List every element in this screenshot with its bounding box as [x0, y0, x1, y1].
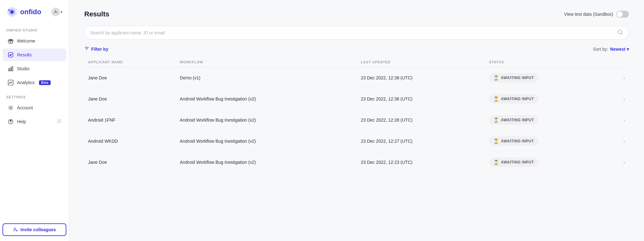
cell-last-updated: 23 Dec 2022, 12:23 (UTC)	[357, 152, 486, 173]
external-link-icon	[57, 119, 61, 124]
sidebar-item-welcome-label: Welcome	[17, 38, 35, 43]
svg-point-3	[8, 9, 10, 11]
main-content: Results View test data (Sandbox)	[69, 0, 644, 241]
hourglass-icon: ⏳	[493, 118, 499, 123]
gift-icon	[8, 38, 14, 44]
svg-point-15	[14, 228, 16, 230]
row-chevron-right-icon: ›	[623, 159, 625, 165]
cell-applicant-name: Jane Doe	[84, 89, 176, 110]
svg-point-2	[10, 10, 14, 14]
user-menu[interactable]: ▾	[51, 8, 63, 16]
sidebar-item-account[interactable]: Account	[3, 101, 66, 114]
cell-status: ⏳ AWAITING INPUT	[485, 89, 608, 110]
hourglass-icon: ⏳	[493, 139, 499, 144]
col-workflow: WORKFLOW	[176, 58, 357, 67]
svg-rect-9	[10, 67, 11, 71]
sidebar-item-studio-label: Studio	[17, 66, 30, 71]
filter-by-button[interactable]: Filter by	[84, 46, 108, 52]
sandbox-toggle-area: View test data (Sandbox)	[564, 11, 629, 18]
table-row[interactable]: Jane Doe Android Workflow Bug Inestigati…	[84, 152, 629, 173]
sort-chevron-icon: ▾	[627, 47, 629, 52]
sidebar-item-welcome[interactable]: Welcome	[3, 35, 66, 47]
col-status: STATUS	[485, 58, 608, 67]
status-label: AWAITING INPUT	[501, 76, 534, 80]
cell-status: ⏳ AWAITING INPUT	[485, 110, 608, 131]
page-title: Results	[84, 10, 109, 18]
logo-area: onfido ▾	[0, 0, 69, 23]
sidebar-item-account-label: Account	[17, 105, 33, 110]
status-badge: ⏳ AWAITING INPUT	[489, 94, 538, 104]
help-icon	[8, 118, 14, 125]
search-icon	[617, 29, 623, 36]
row-chevron-right-icon: ›	[623, 138, 625, 144]
status-label: AWAITING INPUT	[501, 160, 534, 164]
cell-last-updated: 23 Dec 2022, 12:27 (UTC)	[357, 131, 486, 152]
sidebar-bottom: Invite colleagues	[0, 220, 69, 241]
cell-chevron: ›	[608, 110, 629, 131]
sort-row: Sort by: Newest ▾	[593, 47, 629, 52]
hourglass-icon: ⏳	[493, 160, 499, 165]
status-label: AWAITING INPUT	[501, 97, 534, 101]
sidebar-item-results[interactable]: Results	[3, 49, 66, 61]
cell-last-updated: 23 Dec 2022, 12:38 (UTC)	[357, 67, 486, 89]
sandbox-toggle-switch[interactable]	[616, 11, 629, 18]
status-badge: ⏳ AWAITING INPUT	[489, 136, 538, 146]
cell-last-updated: 23 Dec 2022, 12:36 (UTC)	[357, 89, 486, 110]
status-badge: ⏳ AWAITING INPUT	[489, 73, 538, 83]
sidebar-item-help[interactable]: Help	[3, 115, 66, 128]
table-body: Jane Doe Demo (v1) 23 Dec 2022, 12:38 (U…	[84, 67, 629, 173]
gear-icon	[8, 105, 14, 111]
hourglass-icon: ⏳	[493, 96, 499, 101]
cell-applicant-name: Android WKDD	[84, 131, 176, 152]
filter-icon	[84, 46, 89, 52]
cell-status: ⏳ AWAITING INPUT	[485, 152, 608, 173]
invite-colleagues-button[interactable]: Invite colleagues	[3, 223, 66, 236]
sort-select[interactable]: Newest ▾	[610, 47, 629, 52]
table-row[interactable]: Android 1FNF Android Workflow Bug Inesti…	[84, 110, 629, 131]
cell-status: ⏳ AWAITING INPUT	[485, 67, 608, 89]
table-header: APPLICANT NAME WORKFLOW LAST UPDATED STA…	[84, 58, 629, 67]
section-label-studio: ONFIDO STUDIO	[0, 23, 69, 34]
sidebar-item-studio[interactable]: Studio	[3, 62, 66, 75]
cell-workflow: Android Workflow Bug Inestigation (v2)	[176, 89, 357, 110]
cell-workflow: Demo (v1)	[176, 67, 357, 89]
cell-applicant-name: Android 1FNF	[84, 110, 176, 131]
hourglass-icon: ⏳	[493, 75, 499, 80]
cell-workflow: Android Workflow Bug Inestigation (v2)	[176, 131, 357, 152]
beta-badge: Beta	[39, 80, 51, 85]
onfido-logo-icon	[6, 6, 18, 18]
analytics-icon	[8, 79, 14, 86]
sidebar: onfido ▾ ONFIDO STUDIO Welcome	[0, 0, 69, 241]
user-avatar	[51, 8, 60, 16]
status-badge: ⏳ AWAITING INPUT	[489, 115, 538, 125]
filter-sort-row: Filter by Sort by: Newest ▾	[84, 46, 629, 52]
cell-applicant-name: Jane Doe	[84, 152, 176, 173]
row-chevron-right-icon: ›	[623, 96, 625, 102]
sort-label: Sort by:	[593, 47, 608, 52]
svg-point-12	[10, 107, 11, 108]
content-area: Results View test data (Sandbox)	[69, 0, 644, 241]
svg-rect-10	[12, 66, 13, 71]
user-menu-chevron: ▾	[61, 10, 63, 14]
row-chevron-right-icon: ›	[623, 117, 625, 123]
svg-rect-8	[8, 69, 10, 71]
checkbox-icon	[8, 52, 14, 58]
search-input[interactable]	[90, 30, 614, 35]
cell-chevron: ›	[608, 131, 629, 152]
cell-chevron: ›	[608, 67, 629, 89]
table-row[interactable]: Jane Doe Android Workflow Bug Inestigati…	[84, 89, 629, 110]
row-chevron-right-icon: ›	[623, 75, 625, 81]
status-badge: ⏳ AWAITING INPUT	[489, 158, 538, 167]
results-table: APPLICANT NAME WORKFLOW LAST UPDATED STA…	[84, 58, 629, 173]
status-label: AWAITING INPUT	[501, 118, 534, 122]
sidebar-item-results-label: Results	[17, 52, 32, 57]
cell-status: ⏳ AWAITING INPUT	[485, 131, 608, 152]
svg-point-14	[10, 123, 11, 123]
cell-workflow: Android Workflow Bug Inestigation (v2)	[176, 110, 357, 131]
table-row[interactable]: Jane Doe Demo (v1) 23 Dec 2022, 12:38 (U…	[84, 67, 629, 89]
cell-chevron: ›	[608, 152, 629, 173]
sidebar-item-help-label: Help	[17, 119, 26, 124]
sidebar-item-analytics[interactable]: Analytics Beta	[3, 76, 66, 89]
search-bar	[84, 26, 629, 40]
table-row[interactable]: Android WKDD Android Workflow Bug Inesti…	[84, 131, 629, 152]
